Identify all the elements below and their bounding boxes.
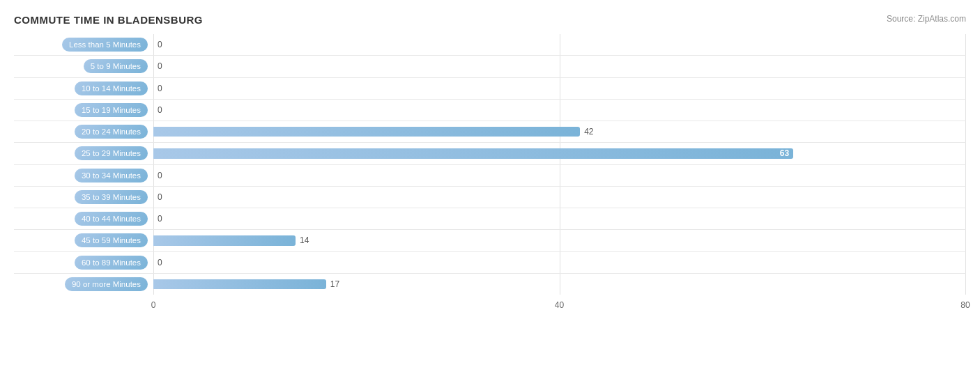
bar-value: 0 [158, 214, 162, 224]
bar-row: 25 to 29 Minutes63 [14, 143, 966, 164]
bar-label-container: 20 to 24 Minutes [14, 125, 153, 139]
bar-label-container: 5 to 9 Minutes [14, 59, 153, 73]
bar-fill [153, 127, 580, 137]
bar-row: 90 or more Minutes17 [14, 274, 966, 295]
bar-label-pill: 35 to 39 Minutes [75, 190, 148, 204]
bar-track: 0 [153, 36, 966, 53]
bar-value: 0 [158, 192, 162, 202]
bar-row: 35 to 39 Minutes0 [14, 187, 966, 208]
source-label: Source: ZipAtlas.com [887, 14, 966, 24]
bar-track: 0 [153, 167, 966, 184]
axis-label-40: 40 [555, 300, 564, 310]
bar-row: 60 to 89 Minutes0 [14, 252, 966, 274]
bar-row: 40 to 44 Minutes0 [14, 208, 966, 230]
bars-container: Less than 5 Minutes05 to 9 Minutes010 to… [14, 34, 966, 295]
axis-label-0: 0 [151, 300, 156, 310]
bar-value: 0 [158, 40, 162, 49]
bar-label-container: 90 or more Minutes [14, 277, 153, 291]
bar-fill: 63 [153, 148, 793, 159]
bar-label-container: 15 to 19 Minutes [14, 103, 153, 117]
bar-value: 0 [158, 84, 162, 93]
bar-label-container: 10 to 14 Minutes [14, 81, 153, 95]
chart-area: 0 40 80 Less than 5 Minutes05 to 9 Minut… [14, 34, 966, 316]
bar-track: 63 [153, 145, 966, 162]
bar-label-pill: 60 to 89 Minutes [75, 256, 148, 270]
bar-fill [153, 279, 326, 290]
bar-label-pill: 30 to 34 Minutes [75, 169, 148, 182]
bar-fill [153, 235, 296, 246]
bar-value: 42 [584, 127, 593, 137]
bar-track: 0 [153, 80, 966, 97]
axis-label-80: 80 [960, 300, 970, 310]
chart-title: COMMUTE TIME IN BLADENSBURG [14, 14, 966, 26]
bar-track: 0 [153, 254, 966, 271]
chart-container: COMMUTE TIME IN BLADENSBURG Source: ZipA… [0, 0, 980, 365]
bar-label-pill: 20 to 24 Minutes [75, 125, 148, 139]
bar-value: 17 [330, 279, 339, 289]
bar-track: 42 [153, 123, 966, 140]
bar-track: 0 [153, 189, 966, 205]
bar-value: 0 [158, 105, 162, 115]
bar-label-container: 60 to 89 Minutes [14, 256, 153, 270]
bar-label-pill: 5 to 9 Minutes [84, 59, 148, 73]
bar-label-pill: Less than 5 Minutes [62, 38, 148, 52]
bar-label-pill: 45 to 59 Minutes [75, 233, 148, 247]
bar-row: 30 to 34 Minutes0 [14, 165, 966, 187]
bar-track: 0 [153, 102, 966, 118]
bar-label-container: 45 to 59 Minutes [14, 233, 153, 247]
bar-track: 17 [153, 276, 966, 293]
bar-value: 0 [158, 171, 162, 180]
bar-label-container: Less than 5 Minutes [14, 38, 153, 52]
bar-row: 5 to 9 Minutes0 [14, 56, 966, 77]
bar-label-container: 30 to 34 Minutes [14, 169, 153, 182]
bar-row: 20 to 24 Minutes42 [14, 121, 966, 143]
bar-track: 0 [153, 58, 966, 75]
bar-track: 0 [153, 210, 966, 227]
bar-label-container: 25 to 29 Minutes [14, 146, 153, 160]
bar-row: 15 to 19 Minutes0 [14, 100, 966, 121]
bar-row: 10 to 14 Minutes0 [14, 78, 966, 100]
bar-label-pill: 10 to 14 Minutes [75, 81, 148, 95]
bar-value: 0 [158, 61, 162, 71]
bar-value: 14 [300, 235, 309, 245]
bar-label-pill: 40 to 44 Minutes [75, 212, 148, 226]
bar-label-pill: 90 or more Minutes [65, 277, 148, 291]
bar-track: 14 [153, 232, 966, 249]
bar-label-pill: 25 to 29 Minutes [75, 146, 148, 160]
bar-row: 45 to 59 Minutes14 [14, 230, 966, 251]
bar-value: 0 [158, 258, 162, 267]
bar-label-pill: 15 to 19 Minutes [75, 103, 148, 117]
bar-label-container: 40 to 44 Minutes [14, 212, 153, 226]
bar-value-inside: 63 [780, 148, 789, 158]
bar-row: Less than 5 Minutes0 [14, 34, 966, 56]
bar-label-container: 35 to 39 Minutes [14, 190, 153, 204]
